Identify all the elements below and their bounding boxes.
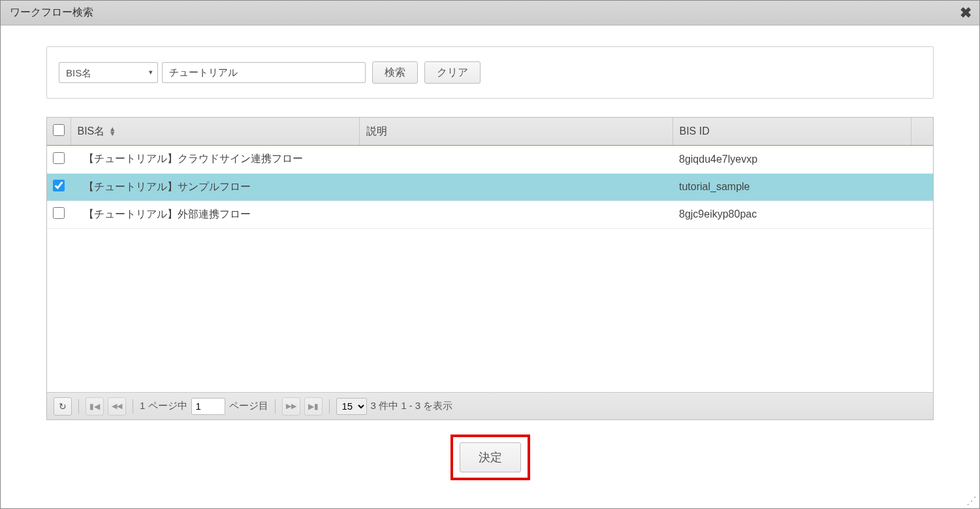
search-panel: BIS名 ▾ 検索 クリア [46, 46, 934, 99]
search-field-select[interactable]: BIS名 [59, 62, 158, 83]
table-header-row: BIS名 ▲▼ 説明 BIS ID [47, 118, 933, 145]
grid-scroll: 【チュートリアル】クラウドサイン連携フロー8giqdu4e7lyevxp【チュー… [47, 145, 933, 392]
search-input[interactable] [162, 62, 366, 83]
row-checkbox[interactable] [53, 180, 65, 191]
grid-area: BIS名 ▲▼ 説明 BIS ID 【チュートリアル】クラウドサイン連携フロー8… [46, 117, 934, 420]
pager-sep [329, 399, 330, 414]
last-page-button[interactable]: ▶▮ [304, 397, 323, 416]
cell-spacer [911, 201, 933, 228]
cell-bis-name: 【チュートリアル】サンプルフロー [71, 173, 359, 201]
header-bis-name-label: BIS名 [78, 125, 105, 137]
header-spacer [911, 118, 933, 145]
pager-suffix: ページ目 [229, 400, 268, 412]
pager-sep [78, 399, 79, 414]
titlebar: ワークフロー検索 ✖ [1, 1, 979, 25]
resize-grip-icon[interactable]: ⋰ [966, 495, 977, 507]
cell-bis-id: tutorial_sample [672, 173, 911, 201]
pager-sep [133, 399, 133, 414]
cell-desc [359, 201, 672, 228]
cell-bis-id: 8gjc9eikyp80pac [672, 201, 911, 228]
row-checkbox[interactable] [53, 152, 65, 164]
page-size-select[interactable]: 15 [336, 398, 367, 415]
cell-spacer [911, 146, 933, 173]
first-page-button[interactable]: ▮◀ [86, 397, 104, 416]
cell-spacer [911, 173, 933, 201]
cell-bis-name: 【チュートリアル】外部連携フロー [71, 201, 359, 228]
refresh-button[interactable]: ↻ [54, 397, 72, 416]
workflow-search-dialog: ワークフロー検索 ✖ BIS名 ▾ 検索 クリア [0, 0, 980, 509]
sort-icon: ▲▼ [109, 127, 116, 136]
page-number-input[interactable] [191, 398, 225, 415]
header-desc[interactable]: 説明 [359, 118, 672, 145]
pager-sep [275, 399, 276, 414]
close-icon[interactable]: ✖ [960, 5, 972, 22]
row-checkbox-cell [47, 146, 71, 173]
dialog-title: ワークフロー検索 [10, 6, 93, 20]
pager-summary: 3 件中 1 - 3 を表示 [371, 400, 453, 412]
results-table: BIS名 ▲▼ 説明 BIS ID [47, 118, 933, 145]
cell-bis-id: 8giqdu4e7lyevxp [672, 146, 911, 173]
decide-highlight: 決定 [450, 435, 530, 480]
row-checkbox[interactable] [53, 207, 65, 219]
prev-page-button[interactable]: ◀◀ [108, 397, 126, 416]
search-button[interactable]: 検索 [372, 61, 418, 84]
row-checkbox-cell [47, 173, 71, 201]
footer: 決定 [46, 435, 934, 480]
header-bis-id[interactable]: BIS ID [672, 118, 911, 145]
cell-desc [359, 146, 672, 173]
pager: ↻ ▮◀ ◀◀ 1 ページ中 ページ目 ▶▶ ▶▮ 15 3 件中 1 - 3 … [47, 392, 933, 419]
content-area: BIS名 ▾ 検索 クリア BIS名 ▲▼ [1, 25, 979, 489]
table-row[interactable]: 【チュートリアル】クラウドサイン連携フロー8giqdu4e7lyevxp [47, 146, 933, 173]
decide-button[interactable]: 決定 [460, 442, 521, 472]
cell-desc [359, 173, 672, 201]
cell-bis-name: 【チュートリアル】クラウドサイン連携フロー [71, 146, 359, 173]
table-row[interactable]: 【チュートリアル】サンプルフローtutorial_sample [47, 173, 933, 201]
header-select-all [47, 118, 71, 145]
table-row[interactable]: 【チュートリアル】外部連携フロー8gjc9eikyp80pac [47, 201, 933, 228]
refresh-icon: ↻ [59, 401, 67, 412]
row-checkbox-cell [47, 201, 71, 228]
pager-prefix: 1 ページ中 [140, 400, 187, 412]
select-all-checkbox[interactable] [53, 124, 65, 136]
header-bis-name[interactable]: BIS名 ▲▼ [71, 118, 359, 145]
clear-button[interactable]: クリア [424, 61, 481, 84]
next-page-button[interactable]: ▶▶ [282, 397, 300, 416]
